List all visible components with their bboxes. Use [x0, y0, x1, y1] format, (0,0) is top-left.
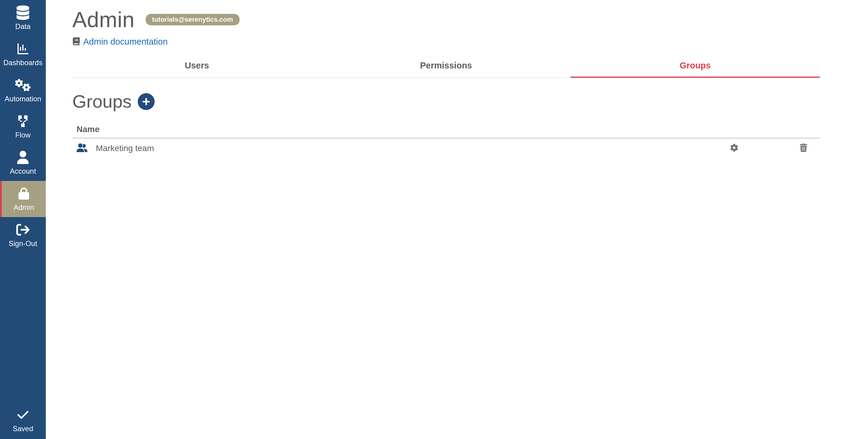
- sidebar-item-saved[interactable]: Saved: [0, 403, 46, 438]
- tab-groups[interactable]: Groups: [570, 56, 820, 78]
- sidebar-label: Account: [10, 167, 36, 175]
- tab-users[interactable]: Users: [72, 56, 321, 78]
- sidebar: Data Dashboards Automation Flow Account: [0, 0, 46, 439]
- database-icon: [16, 4, 30, 21]
- sidebar-item-flow[interactable]: Flow: [0, 109, 46, 145]
- sidebar-label: Automation: [4, 95, 41, 103]
- page-title: Admin: [72, 7, 135, 32]
- chart-icon: [16, 40, 30, 57]
- check-icon: [17, 406, 29, 423]
- table-header: Name: [72, 121, 820, 138]
- user-email-badge: tutorials@serenytics.com: [146, 14, 240, 25]
- header-row: Admin tutorials@serenytics.com: [72, 7, 820, 32]
- group-settings-button[interactable]: [730, 147, 738, 152]
- sidebar-label: Admin: [13, 203, 34, 212]
- group-name: Marketing team: [96, 144, 154, 153]
- flow-icon: [16, 113, 30, 130]
- sidebar-label: Flow: [16, 131, 31, 139]
- sidebar-label: Dashboards: [3, 58, 42, 67]
- sidebar-item-automation[interactable]: Automation: [0, 72, 46, 109]
- sidebar-label: Saved: [13, 425, 33, 433]
- tabs: Users Permissions Groups: [72, 56, 820, 78]
- book-icon: [72, 37, 80, 47]
- tab-permissions[interactable]: Permissions: [321, 56, 571, 78]
- sidebar-label: Sign-Out: [9, 239, 37, 248]
- add-group-button[interactable]: [138, 93, 155, 110]
- sidebar-item-account[interactable]: Account: [0, 145, 46, 181]
- table-header-name: Name: [76, 124, 815, 134]
- gears-icon: [15, 77, 31, 93]
- main-content: Admin tutorials@serenytics.com Admin doc…: [46, 0, 868, 439]
- groups-table: Name Marketing team: [72, 121, 820, 158]
- user-icon: [16, 149, 30, 166]
- admin-documentation-link[interactable]: Admin documentation: [83, 37, 168, 47]
- users-group-icon: [76, 143, 87, 153]
- section-title: Groups: [72, 91, 132, 112]
- group-delete-button[interactable]: [800, 148, 807, 153]
- doc-link-row: Admin documentation: [72, 37, 820, 47]
- sidebar-label: Data: [16, 22, 31, 31]
- sidebar-item-data[interactable]: Data: [0, 0, 46, 36]
- sidebar-item-dashboards[interactable]: Dashboards: [0, 36, 46, 72]
- lock-icon: [18, 185, 30, 202]
- table-row: Marketing team: [72, 138, 820, 158]
- signout-icon: [16, 221, 30, 238]
- sidebar-item-signout[interactable]: Sign-Out: [0, 217, 46, 253]
- section-header: Groups: [72, 91, 820, 112]
- sidebar-item-admin[interactable]: Admin: [0, 181, 46, 217]
